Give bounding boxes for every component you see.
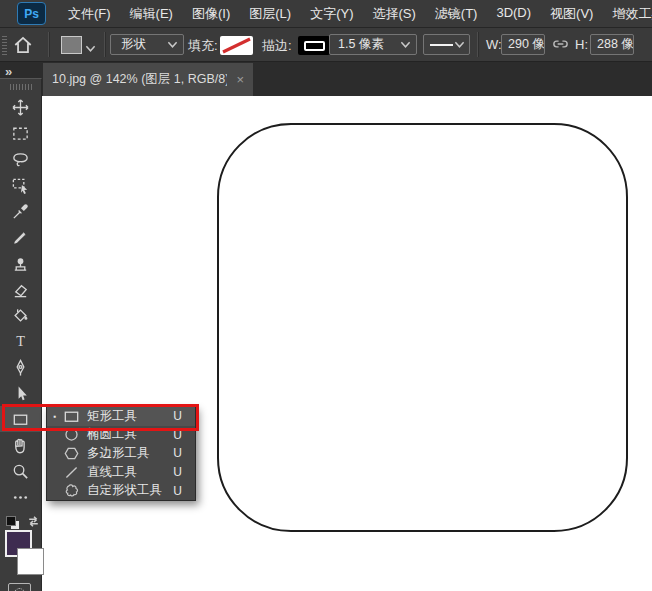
canvas[interactable]	[43, 96, 652, 591]
eraser-icon	[11, 280, 30, 299]
document-tab[interactable]: 10.jpg @ 142% (图层 1, RGB/8) * ×	[43, 63, 253, 96]
ellipse-icon	[61, 426, 81, 443]
flyout-item-label: 自定形状工具	[87, 482, 162, 499]
flyout-item-shortcut: U	[173, 484, 182, 498]
tool-list: T	[0, 94, 41, 510]
brush-icon	[11, 228, 30, 247]
stroke-width-select[interactable]: 1.5 像素	[329, 34, 417, 55]
paint-bucket-icon	[11, 306, 30, 325]
width-label: W:	[486, 37, 502, 52]
double-chevron-right-icon[interactable]: »	[5, 64, 11, 79]
move-icon	[11, 98, 30, 117]
path-selection-icon	[11, 384, 30, 403]
fill-label: 填充:	[188, 37, 218, 55]
background-color-swatch[interactable]	[17, 548, 44, 575]
chevron-down-icon	[400, 38, 411, 52]
lasso-tool[interactable]	[0, 146, 41, 172]
menu-item[interactable]: 文件(F)	[63, 1, 116, 27]
tab-close-icon[interactable]: ×	[236, 72, 244, 87]
menu-item[interactable]: 图像(I)	[187, 1, 235, 27]
brush-tool[interactable]	[0, 224, 41, 250]
object-selection-icon	[11, 176, 30, 195]
document-tab-title: 10.jpg @ 142% (图层 1, RGB/8) *	[52, 71, 227, 88]
eraser-tool[interactable]	[0, 276, 41, 302]
flyout-menu-item[interactable]: 直线工具U	[47, 463, 195, 482]
flyout-menu-item[interactable]: 自定形状工具U	[47, 481, 195, 500]
quick-mask-icon[interactable]	[8, 583, 31, 591]
flyout-item-label: 矩形工具	[87, 408, 137, 425]
tool-preset-icon[interactable]	[61, 36, 82, 54]
menu-item[interactable]: 图层(L)	[244, 1, 296, 27]
tool-mode-value: 形状	[121, 36, 146, 53]
fill-swatch[interactable]	[220, 36, 253, 55]
default-colors-icon[interactable]	[6, 516, 20, 530]
paint-bucket-tool[interactable]	[0, 302, 41, 328]
path-selection-tool[interactable]	[0, 380, 41, 406]
flyout-menu-item[interactable]: 多边形工具U	[47, 444, 195, 463]
menu-item[interactable]: 滤镜(T)	[430, 1, 483, 27]
flyout-item-label: 椭圆工具	[87, 426, 137, 443]
move-tool[interactable]	[0, 94, 41, 120]
hand-icon	[11, 436, 30, 455]
home-icon[interactable]	[12, 34, 34, 60]
clone-stamp-tool[interactable]	[0, 250, 41, 276]
zoom-tool[interactable]	[0, 458, 41, 484]
document-tab-bar: » 10.jpg @ 142% (图层 1, RGB/8) * ×	[0, 62, 652, 96]
width-value: 290 像	[508, 36, 545, 53]
rectangle-icon	[61, 407, 81, 426]
chevron-down-icon[interactable]	[85, 39, 96, 57]
rectangle-tool[interactable]	[0, 406, 41, 432]
menu-item[interactable]: 3D(D)	[491, 1, 536, 27]
height-value: 288 像	[597, 36, 634, 53]
flyout-item-label: 多边形工具	[87, 445, 150, 462]
type-tool[interactable]: T	[0, 328, 41, 354]
hand-tool[interactable]	[0, 432, 41, 458]
eyedropper-tool[interactable]	[0, 198, 41, 224]
rectangular-marquee-tool[interactable]	[0, 120, 41, 146]
menu-bar: Ps 文件(F)编辑(E)图像(I)图层(L)文字(Y)选择(S)滤镜(T)3D…	[0, 0, 652, 28]
flyout-menu-item[interactable]: ▪矩形工具U	[47, 407, 195, 426]
toolbar-footer	[0, 512, 41, 591]
menu-item[interactable]: 增效工具	[607, 1, 652, 27]
width-field[interactable]: 290 像	[501, 34, 545, 55]
tool-mode-select[interactable]: 形状	[110, 34, 184, 55]
pen-tool[interactable]	[0, 354, 41, 380]
active-tool-bullet: ▪	[49, 412, 61, 421]
pen-icon	[11, 358, 30, 377]
line-icon	[61, 464, 81, 481]
stroke-swatch[interactable]	[298, 36, 330, 55]
no-fill-slash-icon	[220, 36, 253, 55]
menu-item[interactable]: 选择(S)	[367, 1, 420, 27]
shape-tools-flyout-menu: ▪矩形工具U椭圆工具U多边形工具U直线工具U自定形状工具U	[46, 406, 196, 501]
solid-line-icon	[430, 44, 453, 46]
photoshop-logo: Ps	[17, 2, 46, 25]
menu-item[interactable]: 视图(V)	[545, 1, 598, 27]
tools-panel: T	[0, 78, 42, 591]
height-label: H:	[575, 37, 588, 52]
polygon-icon	[61, 445, 81, 462]
height-field[interactable]: 288 像	[590, 34, 634, 55]
edit-toolbar[interactable]	[0, 484, 41, 510]
flyout-item-shortcut: U	[173, 428, 182, 442]
tool-options-bar: 形状 填充: 描边: 1.5 像素 W: 290 像 H:	[0, 28, 652, 62]
menu-item[interactable]: 文字(Y)	[305, 1, 358, 27]
menu-item[interactable]: 编辑(E)	[125, 1, 178, 27]
rectangle-icon	[11, 410, 30, 429]
stroke-style-select[interactable]	[423, 34, 470, 55]
flyout-menu-item[interactable]: 椭圆工具U	[47, 426, 195, 445]
link-icon[interactable]	[551, 37, 570, 55]
options-bar-grip[interactable]	[2, 35, 7, 55]
menu-items: 文件(F)编辑(E)图像(I)图层(L)文字(Y)选择(S)滤镜(T)3D(D)…	[63, 1, 652, 27]
stroke-label: 描边:	[262, 37, 292, 55]
tools-panel-grip[interactable]	[10, 84, 32, 90]
separator	[48, 32, 50, 57]
flyout-item-shortcut: U	[173, 465, 182, 479]
ellipsis-icon	[11, 488, 30, 507]
separator	[477, 32, 479, 57]
type-icon: T	[11, 332, 30, 351]
flyout-item-shortcut: U	[173, 446, 182, 460]
zoom-icon	[11, 462, 30, 481]
flyout-item-shortcut: U	[173, 409, 182, 423]
rounded-rectangle-shape	[217, 123, 628, 532]
object-selection-tool[interactable]	[0, 172, 41, 198]
